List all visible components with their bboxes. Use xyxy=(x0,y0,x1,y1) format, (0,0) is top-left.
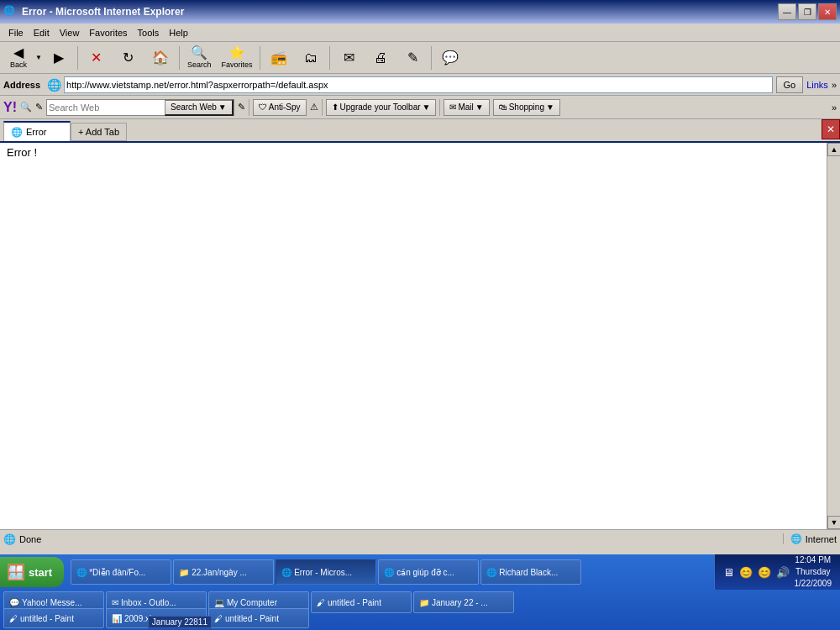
go-button[interactable]: Go xyxy=(776,76,804,93)
taskbar-item-icon-1: 📁 xyxy=(179,568,189,577)
links-label[interactable]: Links xyxy=(806,80,828,90)
menu-help[interactable]: Help xyxy=(164,26,193,39)
taskbar-item-0[interactable]: 🌐 *Diễn đàn/Fo... xyxy=(71,559,171,585)
system-tray: 🖥 😊 😊 🔊 12:04 PM Thursday 1/22/2009 xyxy=(714,554,841,590)
mail-tb-icon: ✉ xyxy=(449,102,456,112)
upgrade-toolbar-button[interactable]: ⬆ Upgrade your Toolbar ▼ xyxy=(326,99,437,116)
scroll-down-button[interactable]: ▼ xyxy=(827,516,840,529)
zone-label: Internet xyxy=(806,534,837,544)
menu-view[interactable]: View xyxy=(55,26,85,39)
tray-icon-1[interactable]: 🖥 xyxy=(723,566,734,579)
yahoo-search-button[interactable]: Search Web ▼ xyxy=(165,99,234,116)
taskbar-item-icon-12: 🖌 xyxy=(214,614,223,623)
mail-toolbar-button[interactable]: ✉ Mail ▼ xyxy=(444,99,489,116)
taskbar-item-label-12: untitled - Paint xyxy=(225,614,279,623)
menu-file[interactable]: File xyxy=(3,26,29,39)
anti-spy-icon: 🛡 xyxy=(259,102,267,112)
taskbar-item-label-0: *Diễn đàn/Fo... xyxy=(89,568,145,577)
toolbar-separator-2 xyxy=(179,46,180,70)
taskbar-item-3[interactable]: 🌐 cần giúp đỡ c... xyxy=(378,559,479,585)
start-button[interactable]: 🪟 start xyxy=(0,557,64,587)
minimize-button[interactable]: — xyxy=(778,3,796,20)
mail-icon: ✉ xyxy=(344,51,354,65)
taskbar-item-10[interactable]: 🖌 untitled - Paint xyxy=(3,608,104,628)
favorites-icon: ⭐ xyxy=(228,46,245,60)
tray-icon-3[interactable]: 😊 xyxy=(758,566,771,579)
start-label: start xyxy=(29,566,52,579)
yahoo-search-box: Search Web ▼ xyxy=(46,99,234,116)
warning-icon: ⚠ xyxy=(310,102,318,113)
yahoo-logo: Y! xyxy=(3,100,17,115)
taskbar-item-label-2: Error - Micros... xyxy=(294,568,352,577)
status-bar: 🌐 Done 🌐 Internet xyxy=(0,529,840,548)
zone-icon: 🌐 xyxy=(790,533,802,544)
taskbar-item-label-4: Richard Black... xyxy=(499,568,558,577)
edit-toolbar-icon[interactable]: ✎ xyxy=(238,102,245,113)
restore-button[interactable]: ❐ xyxy=(798,3,816,20)
tab-close-button[interactable]: ✕ xyxy=(822,119,840,139)
stop-button[interactable]: ✕ xyxy=(81,45,112,71)
media-button[interactable]: 📻 xyxy=(264,45,294,71)
back-button[interactable]: ◀ Back xyxy=(3,45,34,71)
scrollbar-vertical[interactable]: ▲ ▼ xyxy=(827,143,840,529)
taskbar-item-12[interactable]: 🖌 untitled - Paint xyxy=(208,608,309,628)
history-button[interactable]: 🗂 xyxy=(296,45,326,71)
taskbar-item-1[interactable]: 📁 22.Jan/ngày ... xyxy=(173,559,274,585)
clock-time: 12:04 PM xyxy=(795,554,832,566)
active-tab[interactable]: 🌐 Error xyxy=(3,121,71,141)
shopping-button[interactable]: 🛍 Shopping ▼ xyxy=(493,99,560,116)
status-icon: 🌐 xyxy=(3,533,16,545)
taskbar-item-label-10: untitled - Paint xyxy=(20,614,74,623)
yahoo-search-input[interactable] xyxy=(47,100,165,115)
january-date-label: January 22811 xyxy=(148,616,212,628)
taskbar: 🪟 start 🌐 *Diễn đàn/Fo... 📁 22.Jan/ngày … xyxy=(0,554,840,630)
forward-button[interactable]: ▶ xyxy=(44,45,74,71)
close-button[interactable]: ✕ xyxy=(818,3,837,20)
clock-date: 1/22/2009 xyxy=(795,578,832,590)
toolbar-separator-5 xyxy=(431,46,432,70)
url-input[interactable] xyxy=(64,76,772,93)
toolbar-separator-1 xyxy=(77,46,78,70)
taskbar-item-label-3: cần giúp đỡ c... xyxy=(396,568,454,577)
taskbar-item-label-5: Yahoo! Messe... xyxy=(22,598,82,607)
menu-edit[interactable]: Edit xyxy=(29,26,55,39)
search-icon: 🔍 xyxy=(191,46,207,60)
taskbar-item-9[interactable]: 📁 January 22 - ... xyxy=(413,591,514,613)
refresh-button[interactable]: ↻ xyxy=(113,45,144,71)
menu-favorites[interactable]: Favorites xyxy=(84,26,132,39)
edit-icon: ✎ xyxy=(407,51,418,65)
print-icon: 🖨 xyxy=(374,51,387,65)
mail-button[interactable]: ✉ xyxy=(333,45,364,71)
toolbar-expand-button[interactable]: » xyxy=(832,102,837,113)
links-expand[interactable]: » xyxy=(832,80,837,90)
scroll-up-button[interactable]: ▲ xyxy=(827,143,840,156)
taskbar-item-8[interactable]: 🖌 untitled - Paint xyxy=(311,591,412,613)
add-tab-label: + Add Tab xyxy=(78,127,119,137)
yt-sep-3 xyxy=(439,99,440,116)
home-button[interactable]: 🏠 xyxy=(145,45,176,71)
anti-spy-button[interactable]: 🛡 Anti-Spy xyxy=(253,99,307,116)
taskbar-item-2[interactable]: 🌐 Error - Micros... xyxy=(276,559,376,585)
favorites-button[interactable]: ⭐ Favorites xyxy=(217,45,256,71)
yt-sep-1 xyxy=(249,99,249,116)
edit-button[interactable]: ✎ xyxy=(397,45,428,71)
back-dropdown-arrow[interactable]: ▼ xyxy=(35,54,42,61)
window-title: Error - Microsoft Internet Explorer xyxy=(22,6,778,18)
main-toolbar: ◀ Back ▼ ▶ ✕ ↻ 🏠 🔍 Search ⭐ Favorites 📻 xyxy=(0,42,840,74)
taskbar-item-4[interactable]: 🌐 Richard Black... xyxy=(480,559,581,585)
print-button[interactable]: 🖨 xyxy=(365,45,396,71)
media-icon: 📻 xyxy=(270,51,287,65)
messenger-button[interactable]: 💬 xyxy=(435,45,465,71)
taskbar-item-icon-0: 🌐 xyxy=(76,568,87,577)
search-button[interactable]: 🔍 Search xyxy=(183,45,216,71)
add-tab-button[interactable]: + Add Tab xyxy=(71,123,127,141)
menu-tools[interactable]: Tools xyxy=(133,26,165,39)
tray-icon-2[interactable]: 😊 xyxy=(739,566,753,579)
tab-label: Error xyxy=(26,127,46,137)
taskbar-item-label-1: 22.Jan/ngày ... xyxy=(192,568,247,577)
home-icon: 🏠 xyxy=(152,51,169,65)
browser-icon: 🌐 xyxy=(3,5,17,18)
taskbar-item-label-9: January 22 - ... xyxy=(432,598,488,607)
tray-icon-4[interactable]: 🔊 xyxy=(776,566,790,579)
tabs-bar: 🌐 Error + Add Tab ✕ xyxy=(0,119,840,143)
